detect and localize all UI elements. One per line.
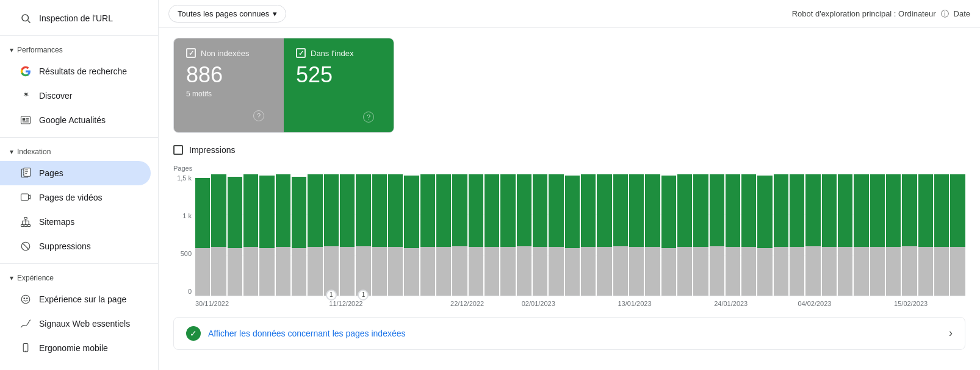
sidebar-item-url-inspection[interactable]: Inspection de l'URL	[0, 6, 151, 30]
bar-gray	[613, 246, 628, 295]
bar-green	[195, 178, 210, 248]
x-axis-label	[400, 300, 413, 307]
sidebar-item-resultats[interactable]: Résultats de recherche	[0, 59, 151, 84]
x-axis-label	[953, 300, 965, 307]
bar-group	[950, 174, 965, 296]
x-axis-label	[254, 300, 267, 307]
section-experience[interactable]: ▾ Expérience	[0, 269, 158, 287]
sidebar-item-pages[interactable]: Pages	[0, 161, 151, 185]
bar-group	[211, 174, 226, 296]
bar-gray	[404, 248, 419, 296]
bar-group	[581, 174, 596, 296]
non-indexed-help-icon[interactable]: ?	[253, 110, 264, 121]
info-bar-chevron-icon: ›	[949, 327, 953, 340]
filter-label: Toutes les pages connues	[178, 9, 269, 18]
bar-gray	[276, 247, 290, 296]
bar-green	[485, 174, 499, 247]
video-icon	[20, 191, 32, 204]
pages-filter-button[interactable]: Toutes les pages connues ▾	[168, 5, 286, 23]
non-indexed-checkbox[interactable]	[186, 48, 196, 58]
bar-group	[195, 174, 210, 296]
bar-green	[597, 174, 611, 247]
x-axis-label	[605, 300, 618, 307]
sidebar-item-discover[interactable]: Discover	[0, 84, 151, 108]
info-bar-check-icon: ✓	[186, 326, 201, 341]
bar-green	[308, 174, 322, 247]
svg-rect-11	[21, 225, 24, 227]
x-axis-label	[304, 300, 317, 307]
x-axis-label	[497, 300, 510, 307]
impressions-checkbox[interactable]	[173, 145, 183, 155]
chart-bars: 11	[195, 174, 965, 296]
bar-group	[228, 174, 242, 296]
sitemap-icon	[20, 216, 32, 228]
pages-icon	[20, 167, 32, 179]
notif-dot[interactable]: 1	[358, 290, 369, 301]
bar-gray	[340, 247, 355, 296]
section-indexation[interactable]: ▾ Indexation	[0, 143, 158, 161]
in-index-checkbox[interactable]	[296, 48, 306, 58]
svg-point-23	[27, 298, 28, 299]
sidebar-item-ergonomie[interactable]: Ergonomie mobile	[0, 336, 151, 360]
bar-group	[677, 174, 692, 296]
x-axis-label	[509, 300, 522, 307]
section-performances[interactable]: ▾ Performances	[0, 41, 158, 59]
sidebar-item-experience-page[interactable]: Expérience sur la page	[0, 287, 151, 311]
info-bar[interactable]: ✓ Afficher les données concernant les pa…	[173, 317, 965, 350]
bar-green	[340, 174, 355, 247]
x-axis-label	[652, 300, 665, 307]
bar-green	[950, 174, 965, 247]
sidebar-item-pages-videos[interactable]: Pages de vidéos	[0, 185, 151, 210]
sidebar-item-signaux[interactable]: Signaux Web essentiels	[0, 311, 151, 336]
x-axis-label	[413, 300, 426, 307]
x-axis-label	[242, 300, 254, 307]
bar-group	[372, 174, 387, 296]
bar-green	[757, 176, 772, 248]
bar-green	[613, 174, 628, 247]
google-icon	[20, 65, 32, 77]
bar-green	[500, 174, 515, 247]
bar-gray	[485, 247, 499, 296]
bar-group	[774, 174, 788, 296]
x-axis-label	[748, 300, 760, 307]
bar-gray	[645, 247, 660, 296]
x-axis-label	[940, 300, 953, 307]
bar-green	[854, 174, 868, 247]
svg-rect-8	[24, 168, 31, 177]
svg-rect-10	[24, 218, 27, 219]
svg-rect-24	[23, 344, 28, 352]
bar-group	[822, 174, 837, 296]
bar-gray	[805, 246, 820, 295]
bar-gray	[372, 247, 387, 296]
chart-wrapper: 0 500 1 k 1,5 k 11 30/11/202211/12/2022	[173, 174, 965, 307]
bar-gray	[308, 247, 322, 296]
bar-gray	[838, 247, 852, 296]
bar-group	[886, 174, 901, 296]
top-bar-right: Robot d'exploration principal : Ordinate…	[792, 9, 970, 20]
bar-gray	[292, 248, 306, 296]
bar-gray	[500, 247, 515, 296]
info-bar-text: Afficher les données concernant les page…	[208, 329, 942, 338]
in-index-card: Dans l'index 525 ?	[284, 38, 394, 132]
bar-green	[805, 174, 820, 247]
non-indexed-label: Non indexées	[201, 49, 250, 58]
sidebar-item-google-actualites[interactable]: Google Actualités	[0, 108, 151, 132]
x-axis-label	[664, 300, 677, 307]
robot-label: Robot d'exploration principal : Ordinate…	[792, 9, 936, 18]
x-axis-label	[555, 300, 568, 307]
svg-rect-13	[27, 225, 31, 227]
notif-dot[interactable]: 1	[326, 290, 337, 301]
in-index-help-icon[interactable]: ?	[363, 112, 374, 123]
bar-group	[340, 174, 355, 296]
sidebar-item-suppressions[interactable]: Suppressions	[0, 234, 151, 258]
bar-group	[918, 174, 933, 296]
bar-green	[436, 174, 451, 247]
bar-group	[404, 174, 419, 296]
sidebar-item-sitemaps[interactable]: Sitemaps	[0, 210, 151, 234]
bar-gray	[533, 247, 547, 296]
bar-group	[243, 174, 258, 296]
x-axis-label	[785, 300, 798, 307]
bar-group	[645, 174, 660, 296]
asterisk-icon	[20, 90, 32, 102]
x-axis-label	[928, 300, 940, 307]
